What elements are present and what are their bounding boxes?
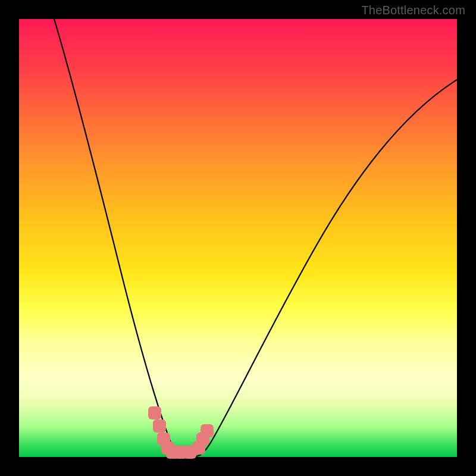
watermark-text: TheBottleneck.com	[361, 4, 465, 17]
data-marker	[148, 406, 161, 419]
chart-frame: TheBottleneck.com	[0, 0, 476, 476]
plot-area	[19, 19, 457, 457]
marker-layer	[19, 19, 457, 457]
data-marker	[201, 424, 214, 437]
data-marker	[153, 419, 166, 433]
